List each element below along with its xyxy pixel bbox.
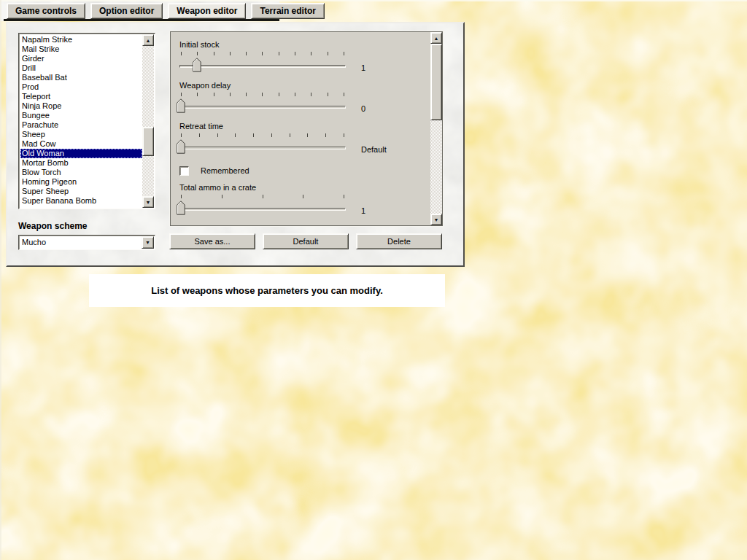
list-item-super-sheep[interactable]: Super Sheep xyxy=(20,187,142,196)
parameter-rows: Initial stock1Weapon delay0Retreat timeD… xyxy=(171,32,430,225)
tick-marks xyxy=(179,52,346,55)
slider-channel[interactable] xyxy=(179,147,346,149)
scroll-down-button[interactable] xyxy=(430,214,442,225)
scroll-down-button[interactable] xyxy=(142,196,154,208)
save-as-button[interactable]: Save as... xyxy=(169,233,255,249)
slider-thumb[interactable] xyxy=(177,98,185,113)
tab-underline xyxy=(4,19,279,21)
tab-game-controls[interactable]: Game controls xyxy=(7,3,85,19)
list-item-bungee[interactable]: Bungee xyxy=(20,111,142,120)
chevron-down-icon xyxy=(145,240,150,245)
checkbox-remembered[interactable] xyxy=(179,166,189,176)
list-item-prod[interactable]: Prod xyxy=(20,82,142,92)
slider-thumb[interactable] xyxy=(177,201,185,215)
arrow-up-icon xyxy=(434,36,439,41)
weapon-list-scrollbar xyxy=(142,34,154,208)
slider-value: Default xyxy=(361,145,387,155)
delete-button[interactable]: Delete xyxy=(356,233,442,249)
checkbox-label: Remembered xyxy=(201,166,249,176)
tab-strip: Game controlsOption editorWeapon editorT… xyxy=(0,0,279,21)
action-button-row: Save as...DefaultDelete xyxy=(169,233,442,249)
weapon-list-items: Napalm StrikeMail StrikeGirderDrillBaseb… xyxy=(20,35,142,207)
slider-thumb[interactable] xyxy=(193,58,201,72)
tick-marks xyxy=(179,133,346,137)
scrollbar-thumb[interactable] xyxy=(430,44,442,120)
slider-appears-in-crates: Appears in crates xyxy=(179,225,430,225)
list-item-ninja-rope[interactable]: Ninja Rope xyxy=(20,101,142,111)
arrow-down-icon xyxy=(146,200,151,205)
list-item-teleport[interactable]: Teleport xyxy=(20,92,142,101)
tooltip-text: List of weapons whose parameters you can… xyxy=(89,274,445,307)
slider-label: Appears in crates xyxy=(179,225,430,225)
slider-label: Initial stock xyxy=(179,40,430,50)
slider-channel[interactable] xyxy=(179,65,346,68)
tick-marks xyxy=(179,195,346,198)
list-item-mad-cow[interactable]: Mad Cow xyxy=(20,139,142,149)
tab-weapon-editor[interactable]: Weapon editor xyxy=(168,3,246,19)
list-item-drill[interactable]: Drill xyxy=(20,63,142,73)
slider-thumb[interactable] xyxy=(177,139,185,154)
slider-total-ammo-in-a-crate: Total ammo in a crate1 xyxy=(179,183,430,217)
scrollbar-thumb[interactable] xyxy=(142,127,154,156)
tab-terrain-editor[interactable]: Terrain editor xyxy=(251,3,324,19)
slider-label: Retreat time xyxy=(179,122,430,131)
tab-option-editor[interactable]: Option editor xyxy=(90,3,163,19)
weapon-editor-screen: Game controlsOption editorWeapon editorT… xyxy=(0,0,747,560)
arrow-down-icon xyxy=(434,217,439,222)
scroll-up-button[interactable] xyxy=(430,32,442,44)
scrollbar-track[interactable] xyxy=(142,46,154,196)
scroll-up-button[interactable] xyxy=(142,34,154,46)
list-item-mail-strike[interactable]: Mail Strike xyxy=(20,44,142,54)
list-item-super-banana-bomb[interactable]: Super Banana Bomb xyxy=(20,196,142,206)
list-item-girder[interactable]: Girder xyxy=(20,54,142,63)
list-item-parachute[interactable]: Parachute xyxy=(20,120,142,130)
scrollbar-track[interactable] xyxy=(430,44,442,214)
slider-label: Total ammo in a crate xyxy=(179,183,430,192)
list-item-blow-torch[interactable]: Blow Torch xyxy=(20,168,142,177)
weapon-list: Napalm StrikeMail StrikeGirderDrillBaseb… xyxy=(18,33,155,209)
weapon-editor-panel: Napalm StrikeMail StrikeGirderDrillBaseb… xyxy=(6,22,465,267)
parameters-pane: Initial stock1Weapon delay0Retreat timeD… xyxy=(170,31,443,226)
slider-channel[interactable] xyxy=(179,106,346,109)
checkbox-row-remembered: Remembered xyxy=(179,166,430,176)
weapon-scheme-label: Weapon scheme xyxy=(18,221,87,231)
dropdown-arrow-button[interactable] xyxy=(142,236,154,249)
arrow-up-icon xyxy=(146,38,151,43)
window-top-edge xyxy=(0,0,747,1)
slider-initial-stock: Initial stock1 xyxy=(179,40,430,74)
slider-weapon-delay: Weapon delay0 xyxy=(179,81,430,114)
list-item-sheep[interactable]: Sheep xyxy=(20,130,142,139)
tick-marks xyxy=(179,93,346,96)
weapon-scheme-value: Mucho xyxy=(22,238,46,247)
default-button[interactable]: Default xyxy=(263,233,349,249)
slider-value: 1 xyxy=(361,63,365,73)
list-item-homing-pigeon[interactable]: Homing Pigeon xyxy=(20,177,142,187)
list-item-old-woman[interactable]: Old Woman xyxy=(20,149,142,158)
list-item-baseball-bat[interactable]: Baseball Bat xyxy=(20,73,142,82)
parameters-scrollbar xyxy=(430,32,442,225)
list-item-napalm-strike[interactable]: Napalm Strike xyxy=(20,35,142,44)
slider-value: 0 xyxy=(361,104,365,114)
list-item-mortar-bomb[interactable]: Mortar Bomb xyxy=(20,158,142,168)
slider-retreat-time: Retreat timeDefault xyxy=(179,122,430,155)
slider-value: 1 xyxy=(361,206,365,216)
weapon-scheme-dropdown[interactable]: Mucho xyxy=(18,235,155,250)
tab-bar: Game controlsOption editorWeapon editorT… xyxy=(7,3,325,19)
slider-channel[interactable] xyxy=(179,208,346,211)
window-left-edge xyxy=(0,0,1,560)
slider-label: Weapon delay xyxy=(179,81,430,90)
